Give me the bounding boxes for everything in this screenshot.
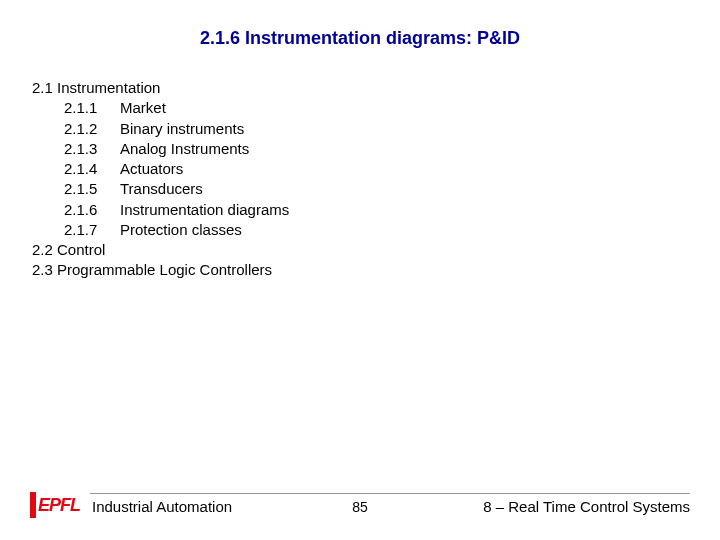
outline-item: 2.1.2Binary instruments xyxy=(32,119,289,139)
outline-item-number: 2.1.3 xyxy=(64,139,120,159)
slide: 2.1.6 Instrumentation diagrams: P&ID 2.1… xyxy=(0,0,720,540)
slide-title: 2.1.6 Instrumentation diagrams: P&ID xyxy=(0,28,720,49)
footer-right-text: 8 – Real Time Control Systems xyxy=(483,498,690,515)
outline-section: 2.1 Instrumentation xyxy=(32,78,289,98)
outline-item-label: Actuators xyxy=(120,160,183,177)
outline-item-number: 2.1.2 xyxy=(64,119,120,139)
outline-item-label: Binary instruments xyxy=(120,120,244,137)
outline-item-label: Protection classes xyxy=(120,221,242,238)
outline-section: 2.3 Programmable Logic Controllers xyxy=(32,260,289,280)
outline-item-label: Instrumentation diagrams xyxy=(120,201,289,218)
outline-item: 2.1.5Transducers xyxy=(32,179,289,199)
outline-item: 2.1.3Analog Instruments xyxy=(32,139,289,159)
outline-item-label: Analog Instruments xyxy=(120,140,249,157)
outline-item-number: 2.1.4 xyxy=(64,159,120,179)
outline-item-number: 2.1.7 xyxy=(64,220,120,240)
footer-divider xyxy=(90,493,690,494)
outline-item: 2.1.7Protection classes xyxy=(32,220,289,240)
footer: EPFL Industrial Automation 85 8 – Real T… xyxy=(30,488,690,518)
outline-item-number: 2.1.1 xyxy=(64,98,120,118)
outline-item: 2.1.4Actuators xyxy=(32,159,289,179)
outline-item-number: 2.1.5 xyxy=(64,179,120,199)
outline-item-label: Market xyxy=(120,99,166,116)
outline-item: 2.1.6Instrumentation diagrams xyxy=(32,200,289,220)
outline-item-number: 2.1.6 xyxy=(64,200,120,220)
outline-item-label: Transducers xyxy=(120,180,203,197)
outline: 2.1 Instrumentation 2.1.1Market 2.1.2Bin… xyxy=(32,78,289,281)
outline-section: 2.2 Control xyxy=(32,240,289,260)
outline-item: 2.1.1Market xyxy=(32,98,289,118)
